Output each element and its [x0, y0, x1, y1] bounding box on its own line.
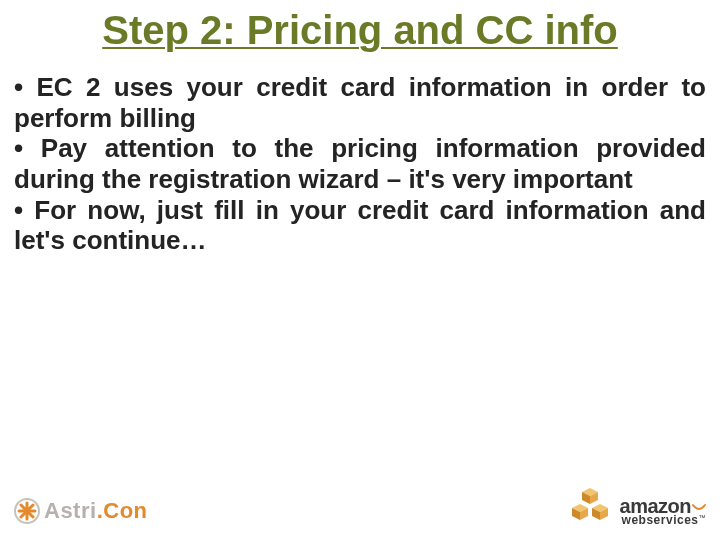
- bullet-1: • EC 2 uses your credit card information…: [14, 72, 706, 133]
- bullet-2: • Pay attention to the pricing informati…: [14, 133, 706, 194]
- asterisk-icon: [14, 498, 40, 524]
- astricon-text: Astri.Con: [44, 498, 148, 524]
- footer: Astri.Con: [0, 474, 720, 530]
- astricon-logo: Astri.Con: [14, 498, 148, 524]
- aws-logo: amazon webservices™: [568, 486, 706, 526]
- aws-text: amazon webservices™: [620, 496, 706, 526]
- boxes-icon: [568, 486, 612, 526]
- astricon-part1: Astri: [44, 498, 97, 523]
- slide-title: Step 2: Pricing and CC info: [0, 8, 720, 53]
- title-text: Step 2: Pricing and CC info: [102, 8, 618, 52]
- bullet-3-text: For now, just fill in your credit card i…: [14, 195, 706, 256]
- webservices-line: webservices™: [622, 514, 706, 526]
- bullet-2-text: Pay attention to the pricing information…: [14, 133, 706, 194]
- bullet-3: • For now, just fill in your credit card…: [14, 195, 706, 256]
- bullet-1-text: EC 2 uses your credit card information i…: [14, 72, 706, 133]
- slide-body: • EC 2 uses your credit card information…: [14, 72, 706, 256]
- slide: Step 2: Pricing and CC info • EC 2 uses …: [0, 0, 720, 540]
- astricon-part2: Con: [103, 498, 147, 523]
- webservices-word: webservices: [622, 513, 699, 527]
